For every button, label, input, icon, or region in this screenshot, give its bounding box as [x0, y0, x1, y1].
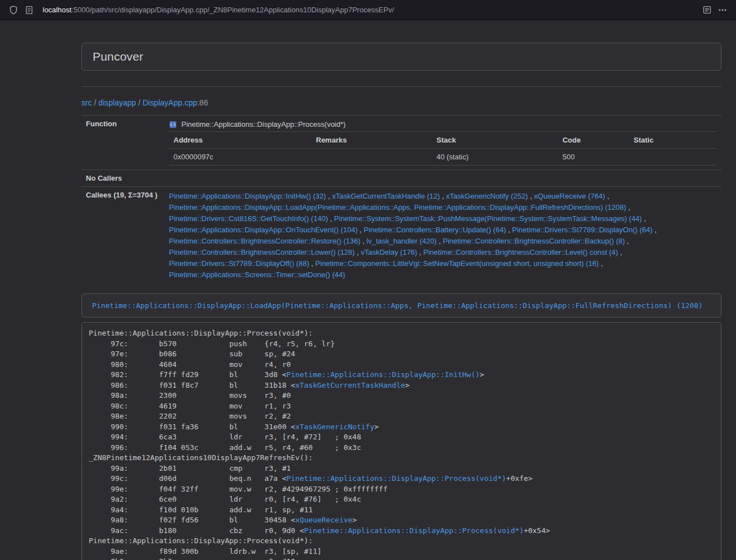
breadcrumb-link-displayapp-cpp[interactable]: DisplayApp.cpp [143, 98, 197, 107]
callee-separator: , [358, 226, 364, 234]
no-callers-label: No Callers [81, 170, 164, 187]
callee-separator: , [626, 203, 630, 212]
callee-link[interactable]: xTaskGetCurrentTaskHandle (12) [332, 192, 440, 200]
stat-address: 0x0000097c [169, 149, 312, 166]
page-content: Puncover src / displayapp / DisplayApp.c… [81, 20, 721, 560]
callee-link[interactable]: Pinetime::Controllers::Battery::Update()… [364, 226, 506, 234]
code-symbol-link[interactable]: Pinetime::Applications::DisplayApp::Init… [286, 370, 479, 379]
no-callers-row: No Callers [81, 170, 721, 187]
callee-separator: , [437, 237, 443, 245]
url-host: localhost [43, 6, 71, 14]
breadcrumb-separator: / [136, 98, 143, 107]
disassembly-code: Pinetime::Applications::DisplayApp::Proc… [89, 328, 714, 560]
function-row: Function Pinetime::Applications::Display… [81, 116, 721, 170]
stats-table: Address Remarks Stack Code Static 0x0000… [169, 131, 717, 166]
callee-link[interactable]: Pinetime::Controllers::BrightnessControl… [423, 248, 618, 256]
breadcrumb-line-number: :86 [197, 98, 208, 107]
code-symbol-link[interactable]: xQueueReceive [295, 516, 353, 524]
shield-icon[interactable] [6, 2, 21, 18]
callee-link[interactable]: Pinetime::System::SystemTask::PushMessag… [334, 214, 642, 223]
callees-label: Callees (19, Σ=3704 ) [81, 187, 164, 285]
breadcrumb-link-src[interactable]: src [81, 98, 92, 107]
code-symbol-link[interactable]: Pinetime::Applications::DisplayApp::Proc… [286, 474, 506, 483]
page-title: Puncover [93, 50, 710, 63]
callees-list: Pinetime::Applications::DisplayApp::Init… [164, 187, 721, 285]
callee-link[interactable]: Pinetime::Controllers::BrightnessControl… [169, 237, 360, 245]
callee-link[interactable]: Pinetime::Controllers::BrightnessControl… [443, 237, 625, 245]
divider [81, 86, 721, 87]
callee-link[interactable]: Pinetime::Controllers::BrightnessControl… [169, 248, 355, 256]
page-info-icon[interactable] [21, 2, 37, 18]
callee-separator: , [328, 214, 334, 223]
function-name-line: Pinetime::Applications::DisplayApp::Proc… [169, 120, 717, 128]
callee-separator: , [440, 192, 446, 200]
selected-symbol-link[interactable]: Pinetime::Applications::DisplayApp::Load… [92, 301, 703, 310]
callee-separator: , [528, 192, 534, 200]
function-name: Pinetime::Applications::DisplayApp::Proc… [181, 120, 346, 128]
function-icon [169, 121, 177, 128]
callee-link[interactable]: lv_task_handler (420) [367, 237, 437, 245]
callee-separator: , [652, 226, 656, 234]
callee-link[interactable]: Pinetime::Applications::DisplayApp::Load… [169, 203, 626, 212]
stats-header-row: Address Remarks Stack Code Static [169, 132, 717, 149]
overflow-menu-icon[interactable] [715, 2, 730, 18]
callee-separator: , [309, 259, 316, 268]
callee-separator: , [326, 192, 332, 200]
callee-separator: , [605, 192, 609, 200]
col-static: Static [629, 132, 717, 149]
callee-link[interactable]: Pinetime::Components::LittleVgl::SetNewT… [316, 259, 599, 268]
callee-separator: , [506, 226, 512, 234]
callee-separator: , [642, 214, 646, 223]
col-remarks: Remarks [312, 132, 432, 149]
callee-link[interactable]: Pinetime::Drivers::St7789::DisplayOn() (… [512, 226, 652, 234]
disassembly-panel: Pinetime::Applications::DisplayApp::Proc… [81, 322, 721, 560]
no-callers-content [164, 170, 721, 187]
stat-remarks [312, 149, 432, 166]
callee-link[interactable]: Pinetime::Applications::DisplayApp::Init… [169, 192, 326, 200]
callee-link[interactable]: xQueueReceive (764) [534, 192, 605, 200]
col-address: Address [169, 132, 312, 149]
col-code: Code [558, 132, 629, 149]
breadcrumb: src / displayapp / DisplayApp.cpp:86 [81, 98, 721, 107]
callee-separator: , [618, 248, 622, 256]
callee-separator: , [599, 259, 603, 268]
stats-row: 0x0000097c 40 (static) 500 [169, 149, 717, 166]
stat-code: 500 [558, 149, 629, 166]
code-symbol-link[interactable]: xTaskGenericNotify [295, 423, 374, 431]
breadcrumb-separator: / [92, 98, 99, 107]
callee-link[interactable]: Pinetime::Drivers::St7789::DisplayOff() … [169, 259, 309, 268]
selected-symbol-panel: Pinetime::Applications::DisplayApp::Load… [81, 293, 721, 318]
callee-link[interactable]: Pinetime::Applications::Screens::Timer::… [169, 270, 345, 279]
url-bar[interactable]: localhost:5000/path/src/displayapp/Displ… [43, 6, 699, 14]
function-row-label: Function [81, 116, 164, 170]
breadcrumb-link-displayapp[interactable]: displayapp [98, 98, 136, 107]
header-panel: Puncover [81, 43, 721, 71]
callee-link[interactable]: Pinetime::Drivers::Cst816S::GetTouchInfo… [169, 214, 328, 223]
browser-toolbar: localhost:5000/path/src/displayapp/Displ… [0, 0, 736, 20]
callees-row: Callees (19, Σ=3704 ) Pinetime::Applicat… [81, 187, 721, 285]
code-symbol-link[interactable]: xTaskGetCurrentTaskHandle [295, 381, 405, 389]
function-row-content: Pinetime::Applications::DisplayApp::Proc… [164, 116, 721, 170]
callee-separator: , [360, 237, 367, 245]
reader-view-icon[interactable] [699, 2, 715, 18]
callee-link[interactable]: xTaskGenericNotify (252) [446, 192, 528, 200]
callee-separator: , [625, 237, 629, 245]
callee-link[interactable]: Pinetime::Applications::DisplayApp::OnTo… [169, 226, 358, 234]
code-symbol-link[interactable]: Pinetime::Applications::DisplayApp::Proc… [304, 526, 524, 535]
col-stack: Stack [432, 132, 557, 149]
stat-stack: 40 (static) [432, 149, 557, 166]
callee-link[interactable]: vTaskDelay (176) [361, 248, 417, 256]
stat-static [629, 149, 717, 166]
url-path: :5000/path/src/displayapp/DisplayApp.cpp… [71, 6, 394, 14]
function-table: Function Pinetime::Applications::Display… [81, 115, 721, 284]
callee-separator: , [355, 248, 361, 256]
callee-separator: , [417, 248, 423, 256]
